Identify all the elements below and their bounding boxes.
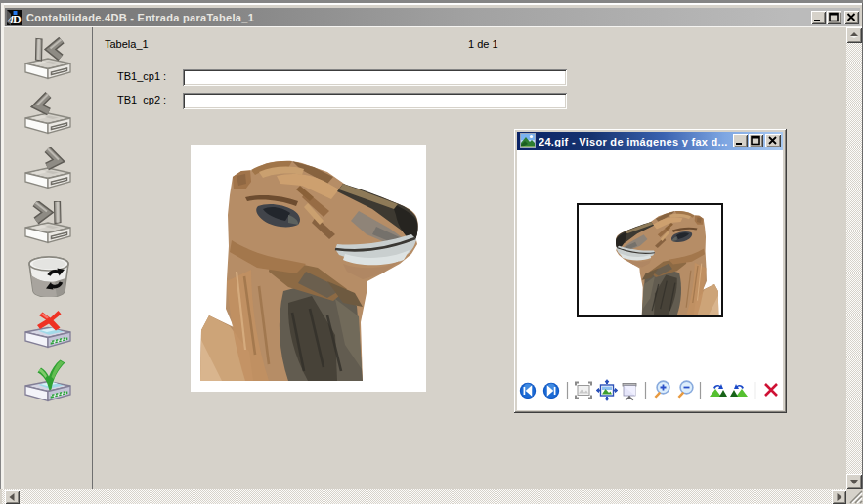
svg-text:D: D <box>13 13 22 25</box>
